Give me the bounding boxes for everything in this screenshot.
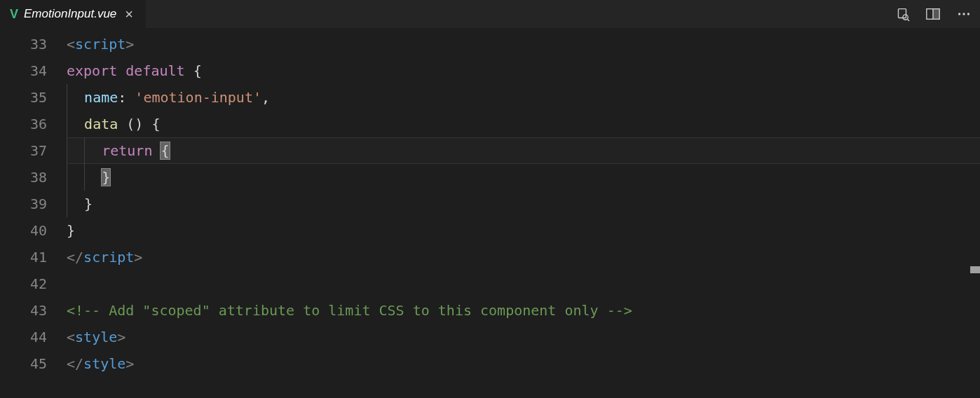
- code-line: <script>: [67, 31, 980, 57]
- line-number: 43: [0, 297, 47, 324]
- find-replace-icon[interactable]: [894, 6, 910, 22]
- more-actions-icon[interactable]: [956, 6, 972, 22]
- tab-emotioninput[interactable]: V EmotionInput.vue ×: [0, 0, 147, 28]
- svg-point-1: [903, 15, 908, 20]
- tab-list: V EmotionInput.vue ×: [0, 0, 147, 28]
- code-line: </script>: [67, 244, 980, 270]
- close-icon[interactable]: ×: [122, 6, 136, 22]
- line-number: 45: [0, 350, 47, 377]
- svg-rect-0: [899, 9, 906, 18]
- line-number: 44: [0, 324, 47, 350]
- line-number: 37: [0, 137, 47, 164]
- line-number: 33: [0, 31, 47, 57]
- line-number: 42: [0, 270, 47, 297]
- gutter: 33 34 35 36 37 38 39 40 41 42 43 44 45: [0, 28, 67, 398]
- svg-point-8: [967, 13, 969, 15]
- line-number: 40: [0, 217, 47, 244]
- svg-rect-5: [933, 9, 939, 20]
- svg-line-2: [907, 19, 909, 21]
- code-line: <style>: [67, 324, 980, 350]
- tab-bar: V EmotionInput.vue ×: [0, 0, 980, 28]
- editor[interactable]: 33 34 35 36 37 38 39 40 41 42 43 44 45 <…: [0, 28, 980, 398]
- scrollbar-position-marker[interactable]: [970, 266, 980, 273]
- code-area[interactable]: <script> export default { name: 'emotion…: [67, 28, 980, 398]
- editor-actions: [894, 0, 980, 28]
- code-line: </style>: [67, 350, 980, 377]
- code-line: name: 'emotion-input',: [67, 84, 980, 111]
- svg-point-6: [958, 13, 960, 15]
- svg-point-7: [962, 13, 965, 15]
- code-line: }: [67, 191, 980, 217]
- line-number: 35: [0, 84, 47, 111]
- line-number: 36: [0, 111, 47, 137]
- line-number: 39: [0, 191, 47, 217]
- line-number: 38: [0, 164, 47, 191]
- code-line: data () {: [67, 111, 980, 137]
- code-line: }: [67, 217, 980, 244]
- code-line: [67, 270, 980, 297]
- code-line: <!-- Add "scoped" attribute to limit CSS…: [67, 297, 980, 324]
- code-line-current: return {: [67, 137, 980, 164]
- tab-filename: EmotionInput.vue: [24, 7, 116, 21]
- vue-file-icon: V: [10, 7, 18, 22]
- line-number: 34: [0, 57, 47, 84]
- line-number: 41: [0, 244, 47, 270]
- code-line: export default {: [67, 57, 980, 84]
- split-editor-icon[interactable]: [925, 6, 941, 22]
- code-line: }: [67, 164, 980, 191]
